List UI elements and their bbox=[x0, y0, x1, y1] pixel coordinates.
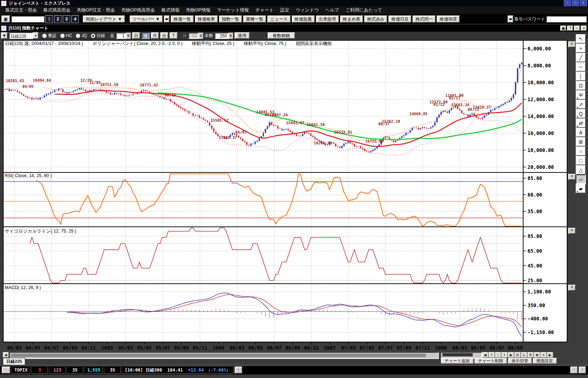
ashi-spinner-arrows-icon[interactable]: ⇅ bbox=[126, 33, 131, 39]
menu-item-9[interactable]: ウィンドウ bbox=[293, 7, 322, 13]
grid-tool-icon[interactable]: ⊞ bbox=[576, 137, 586, 147]
nav-button-0[interactable]: ◀ bbox=[482, 352, 488, 357]
minute-value[interactable]: 60 bbox=[188, 33, 199, 39]
nav-button-1[interactable]: + bbox=[489, 352, 495, 357]
ellipse-tool-icon[interactable]: ○ bbox=[576, 147, 586, 156]
alert-bell-icon[interactable]: Ω bbox=[576, 81, 586, 90]
period-button-日[interactable]: 日 bbox=[132, 32, 140, 39]
layout-menu-button[interactable]: 画面レイアウト ▼ bbox=[83, 15, 125, 23]
menu-item-11[interactable]: ご利用にあたって bbox=[342, 7, 386, 13]
menu-item-6[interactable]: マーケット情報 bbox=[214, 7, 252, 13]
minimize-window-button[interactable]: ─ bbox=[574, 26, 580, 31]
radio-dot-東証[interactable] bbox=[42, 33, 47, 38]
quick-button-0[interactable]: 株価一覧 bbox=[171, 15, 194, 23]
psych-panel-menu-button[interactable]: ▼ bbox=[568, 228, 576, 234]
quick-button-10[interactable]: 株式同一 bbox=[413, 15, 436, 23]
menu-item-10[interactable]: ヘルプ bbox=[322, 7, 342, 13]
period-button-月[interactable]: 月 bbox=[151, 32, 159, 39]
quick-button-2[interactable]: 指数一覧 bbox=[219, 15, 242, 23]
bottom-button-0[interactable]: チャート追加 bbox=[441, 358, 473, 364]
symbol-tab[interactable]: 日経225 bbox=[3, 358, 25, 365]
nav-button-7[interactable]: R bbox=[527, 352, 534, 357]
horizontal-line-icon[interactable]: ─ bbox=[576, 62, 586, 72]
hscroll-mini-thumb[interactable] bbox=[442, 353, 473, 356]
quick-button-3[interactable]: 業種一覧 bbox=[243, 15, 266, 23]
multi-symbol-button[interactable]: 複数銘柄 bbox=[268, 32, 295, 39]
apply-button[interactable]: 適用 bbox=[235, 32, 250, 39]
period-button-T[interactable]: T bbox=[170, 32, 178, 39]
radio-HC[interactable]: HC bbox=[60, 33, 72, 38]
close-window-button[interactable]: × bbox=[581, 26, 587, 31]
bottom-button-1[interactable]: チャート削除 bbox=[475, 358, 507, 364]
bar-count-spinner[interactable]: 250⇅ bbox=[215, 33, 233, 39]
workspace-button-1[interactable]: 1 bbox=[45, 15, 53, 23]
workspace-button-3[interactable]: 3 bbox=[63, 15, 70, 23]
symbol-select[interactable]: 日経225▼ bbox=[9, 32, 39, 39]
workspace-button-2[interactable]: 2 bbox=[54, 15, 62, 23]
hscroll-thumb[interactable] bbox=[11, 353, 426, 357]
vertical-line-icon[interactable]: │ bbox=[576, 72, 586, 81]
menu-item-8[interactable]: 設定 bbox=[277, 7, 293, 13]
bottom-button-2[interactable]: 表示切替 bbox=[508, 358, 532, 364]
main-panel-menu-button[interactable]: ▼ bbox=[568, 41, 576, 48]
crosshair-icon[interactable]: + bbox=[576, 44, 586, 53]
quick-button-4[interactable]: ニュース bbox=[267, 15, 291, 23]
trendline-icon[interactable]: ╱ bbox=[576, 53, 586, 62]
minute-spinner[interactable]: 60⇅ bbox=[188, 33, 203, 39]
menu-item-3[interactable]: 先物OP残高照会 bbox=[118, 7, 158, 13]
quick-button-5[interactable]: 株価急騰 bbox=[292, 15, 315, 23]
float-window-button[interactable]: ▣ bbox=[560, 26, 566, 31]
menu-item-2[interactable]: 先物OP注文・照会 bbox=[74, 7, 119, 13]
text-tool-icon[interactable]: A bbox=[576, 128, 586, 137]
close-button[interactable]: × bbox=[580, 0, 587, 6]
hscroll-track[interactable] bbox=[9, 352, 439, 359]
menu-item-0[interactable]: 株式注文・照会 bbox=[2, 7, 40, 13]
radio-日経[interactable]: 日経 bbox=[91, 33, 105, 39]
toolbar-menu-button[interactable]: ツールバー ▼ bbox=[130, 15, 163, 23]
eraser-icon[interactable]: ▱ bbox=[576, 175, 586, 184]
rectangle-tool-icon[interactable]: □ bbox=[576, 156, 586, 165]
minimize-button[interactable]: ─ bbox=[564, 0, 571, 6]
nav-button-6[interactable]: L bbox=[521, 352, 527, 357]
hscroll-left-arrow[interactable]: ◀ bbox=[3, 352, 9, 357]
password-collapse-icon[interactable]: ◀▶ bbox=[508, 15, 513, 23]
radio-dot-HC[interactable] bbox=[60, 33, 65, 38]
quick-button-8[interactable]: 株式歩み bbox=[364, 15, 387, 23]
nav-button-4[interactable]: ▶ bbox=[508, 352, 514, 357]
password-input[interactable] bbox=[546, 16, 587, 22]
quick-button-6[interactable]: 出来急増 bbox=[316, 15, 339, 23]
toolbar-collapse-icon[interactable]: ◀▶ bbox=[164, 15, 170, 23]
symbol-select-value[interactable]: 日経225 bbox=[9, 32, 33, 39]
eraser-all-icon[interactable]: ▰ bbox=[576, 184, 586, 193]
nav-button-9[interactable]: × bbox=[540, 352, 547, 357]
minute-spinner-arrows-icon[interactable]: ⇅ bbox=[199, 33, 203, 39]
symbol-select-arrow-icon[interactable]: ▼ bbox=[33, 32, 39, 39]
menu-item-1[interactable]: 株式残高照会 bbox=[40, 7, 74, 13]
nav-button-10[interactable]: ▶ bbox=[547, 352, 553, 357]
triangle-tool-icon[interactable]: △ bbox=[576, 165, 586, 175]
ashi-spinner[interactable]: 1⇅ bbox=[116, 33, 131, 39]
maximize-button[interactable]: □ bbox=[572, 0, 579, 6]
radio-東証[interactable]: 東証 bbox=[42, 33, 57, 39]
workspace-button-4[interactable]: 4 bbox=[71, 15, 79, 23]
quick-button-9[interactable]: 株価日足 bbox=[388, 15, 411, 23]
cursor-icon[interactable]: ↖ bbox=[576, 34, 586, 44]
menu-item-5[interactable]: 先物OP情報 bbox=[183, 7, 214, 13]
nav-button-8[interactable]: ⊕ bbox=[534, 352, 540, 357]
radio-dot-日経[interactable] bbox=[91, 33, 95, 38]
workspace-icon[interactable]: ▣ bbox=[1, 15, 10, 23]
help-button[interactable]: ? bbox=[567, 26, 573, 31]
period-button-週[interactable]: 週 bbox=[142, 32, 150, 39]
panel-collapse-button[interactable]: ▼ bbox=[1, 32, 8, 39]
nav-button-5[interactable]: D bbox=[514, 352, 521, 357]
trend-high-low-icon[interactable]: ⇗ bbox=[576, 100, 586, 109]
macd-panel-menu-button[interactable]: ▼ bbox=[568, 285, 576, 291]
nav-button-2[interactable]: − bbox=[495, 352, 501, 357]
quick-button-7[interactable]: 株まめ表 bbox=[340, 15, 364, 23]
nav-button-3[interactable]: + bbox=[502, 352, 508, 357]
fan-lines-icon[interactable]: Ψ bbox=[576, 90, 586, 100]
radio-JQ[interactable]: JQ bbox=[76, 33, 87, 38]
quick-button-11[interactable]: 株価強度 bbox=[437, 15, 460, 23]
ashi-value[interactable]: 1 bbox=[116, 33, 126, 39]
menu-item-7[interactable]: チャート bbox=[252, 7, 277, 13]
